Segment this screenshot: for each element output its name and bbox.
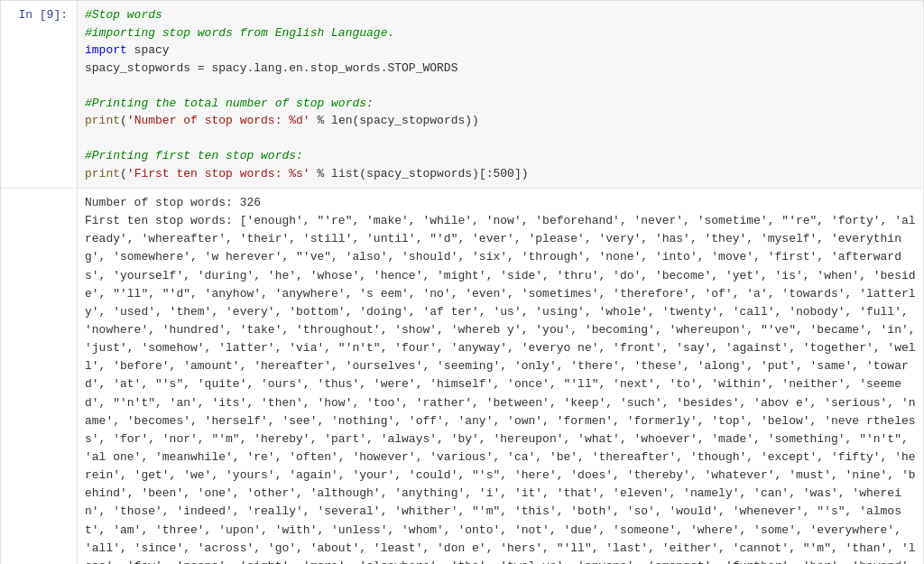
code-line: import spacy bbox=[85, 42, 916, 60]
code-text: spacy_stopwords = spacy.lang.en.stop_wor… bbox=[85, 61, 457, 75]
code-text: ( bbox=[120, 114, 127, 127]
code-cell-9: In [9]: #Stop words #importing stop word… bbox=[1, 1, 923, 189]
comment: #Stop words bbox=[85, 8, 162, 22]
code-text: % len(spacy_stopwords)) bbox=[310, 114, 479, 127]
keyword: import bbox=[85, 43, 127, 57]
string: 'Number of stop words: %d' bbox=[127, 114, 310, 127]
output-content-9: Number of stop words: 326 First ten stop… bbox=[77, 189, 923, 564]
function: print bbox=[85, 114, 120, 127]
code-line bbox=[85, 77, 916, 95]
output-text-9: Number of stop words: 326 First ten stop… bbox=[85, 194, 916, 564]
code-line: print('First ten stop words: %s' % list(… bbox=[85, 165, 916, 183]
code-line: #Stop words bbox=[85, 6, 916, 24]
code-line: #importing stop words from English Langu… bbox=[85, 24, 916, 42]
string: 'First ten stop words: %s' bbox=[127, 167, 310, 180]
code-line bbox=[85, 130, 916, 148]
code-text: ( bbox=[120, 167, 127, 180]
jupyter-notebook: In [9]: #Stop words #importing stop word… bbox=[0, 0, 924, 564]
code-line: #Printing the total number of stop words… bbox=[85, 95, 916, 113]
comment: #importing stop words from English Langu… bbox=[85, 26, 394, 40]
code-text: spacy bbox=[127, 43, 170, 57]
code-line: print('Number of stop words: %d' % len(s… bbox=[85, 112, 916, 130]
cell-label-9: In [9]: bbox=[5, 1, 77, 188]
comment: #Printing first ten stop words: bbox=[85, 149, 303, 162]
code-line: spacy_stopwords = spacy.lang.en.stop_wor… bbox=[85, 60, 916, 78]
code-text: % list(spacy_stopwords)[:500]) bbox=[310, 167, 529, 180]
code-line: #Printing first ten stop words: bbox=[85, 147, 916, 165]
comment: #Printing the total number of stop words… bbox=[85, 97, 374, 110]
output-label bbox=[5, 189, 77, 564]
output-cell-9: Number of stop words: 326 First ten stop… bbox=[1, 189, 923, 564]
code-content-9: #Stop words #importing stop words from E… bbox=[77, 1, 923, 188]
function: print bbox=[85, 167, 120, 180]
